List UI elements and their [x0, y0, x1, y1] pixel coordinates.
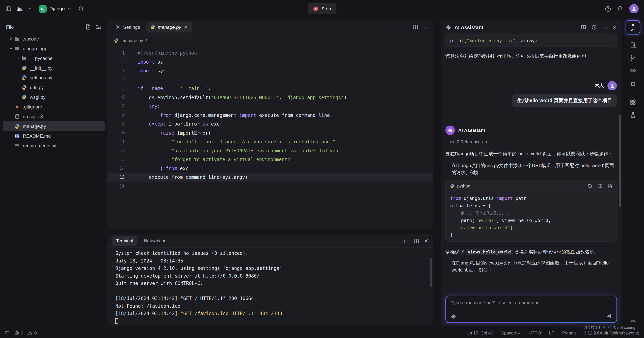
code-line[interactable]: 3import sys — [107, 66, 433, 75]
display-icon[interactable] — [5, 331, 10, 336]
terminal-scrollbar[interactable] — [430, 258, 432, 287]
close-icon[interactable] — [184, 25, 188, 29]
code-line[interactable]: 8 from django.core.management import exe… — [107, 111, 433, 120]
file-tree-item[interactable]: django_app — [3, 43, 105, 53]
python-icon — [150, 24, 155, 29]
breadcrumb-more[interactable]: ... — [150, 38, 153, 43]
file-tree-item[interactable]: .gitignore — [3, 102, 105, 112]
help-icon[interactable] — [605, 5, 611, 12]
workspace-selector[interactable]: dj Django — [37, 3, 74, 14]
code-line[interactable]: 2import os — [107, 57, 433, 66]
bug-icon[interactable] — [627, 78, 638, 89]
assistant-list-item: 在Django项目的views.py文件中添加对应的视图函数，用于生成并返回"h… — [446, 259, 617, 274]
file-name: manage.py — [20, 123, 46, 129]
file-tree-item[interactable]: __pycache__ — [3, 53, 105, 63]
flask-icon[interactable] — [627, 109, 638, 121]
assistant-list-item: 在Django项目的urls.py文件中添加一个URL模式，用于匹配对"hell… — [446, 162, 617, 176]
file-tree-item[interactable]: urls.py — [3, 82, 105, 92]
file-tree-item[interactable]: wsgi.py — [3, 92, 105, 102]
python-icon — [21, 94, 27, 100]
line-number: 10 — [107, 130, 132, 136]
code-line: from django.urls import path — [450, 194, 612, 202]
file-tree: .vscodedjango_app__pycache____init__.pys… — [0, 34, 107, 150]
new-file-icon[interactable] — [85, 24, 91, 30]
code-line[interactable]: 14 ) from exc — [107, 164, 433, 173]
stop-button[interactable]: Stop — [308, 3, 336, 14]
copy-icon[interactable] — [587, 183, 592, 188]
code-line[interactable]: 10 raise ImportError( — [107, 128, 433, 137]
more-icon[interactable] — [602, 24, 608, 30]
chat-scrollbar[interactable] — [619, 115, 621, 207]
new-folder-icon[interactable] — [96, 24, 101, 30]
chevron-down-icon[interactable] — [8, 46, 14, 50]
warning-count[interactable]: 0 — [28, 331, 36, 336]
chevron-right-icon[interactable] — [8, 37, 14, 40]
tab-manage-py[interactable]: manage.py — [146, 22, 192, 32]
code-line[interactable]: 15 execute_from_command_line(sys.argv) — [107, 173, 433, 182]
grid-icon[interactable] — [627, 96, 638, 108]
code-line[interactable]: 7 try: — [107, 102, 433, 111]
insert-to-editor-icon[interactable] — [598, 183, 602, 188]
new-terminal-icon[interactable] — [402, 239, 409, 243]
split-editor-icon[interactable] — [412, 24, 418, 30]
file-name: __init__.py — [27, 65, 52, 70]
split-terminal-icon[interactable] — [414, 238, 419, 244]
ai-tool-button[interactable]: AI — [626, 20, 640, 35]
file-tree-item[interactable]: settings.py — [3, 73, 105, 82]
file-tree-item[interactable]: __init__.py — [3, 63, 105, 73]
terminal-line: Django version 4.2.10, using settings 'd… — [116, 266, 433, 273]
chat-input[interactable] — [451, 300, 599, 305]
file-panel-title: File — [6, 24, 14, 30]
user-avatar[interactable] — [629, 4, 639, 13]
status-item[interactable]: 3.12.2 64-bit ('shims': pyenv) — [584, 331, 639, 336]
tab-settings[interactable]: Settings — [111, 22, 144, 32]
open-in-new-file-icon[interactable] — [608, 183, 612, 188]
close-icon[interactable] — [612, 24, 617, 30]
eye-icon[interactable] — [627, 65, 638, 76]
file-tree-item[interactable]: manage.py — [3, 121, 105, 131]
code-line[interactable]: 12 "available on your PYTHONPATH environ… — [107, 146, 433, 155]
toggle-left-panel-icon[interactable] — [5, 6, 12, 12]
assistant-message-header: AI Assistant — [446, 126, 617, 135]
status-item[interactable]: UTF-8 — [528, 331, 541, 336]
file-tree-item[interactable]: db.sqlite3 — [3, 112, 105, 121]
code-line[interactable]: 4 — [107, 75, 433, 84]
breadcrumb[interactable]: manage.py / ... — [107, 34, 433, 46]
code-line[interactable]: 13 "forget to activate a virtual environ… — [107, 155, 433, 164]
file-tree-item[interactable]: .vscode — [3, 34, 105, 43]
tab-networking[interactable]: Networking — [140, 236, 170, 246]
search-files-icon[interactable] — [627, 39, 638, 51]
status-item[interactable]: Python — [562, 331, 576, 336]
status-item[interactable]: Spaces: 4 — [501, 331, 521, 336]
file-tree-item[interactable]: README.md — [3, 131, 105, 141]
error-count[interactable]: 0 — [14, 331, 23, 336]
chevron-right-icon[interactable] — [14, 56, 21, 60]
search-icon[interactable] — [78, 6, 84, 12]
send-icon[interactable] — [606, 313, 612, 319]
close-icon[interactable] — [424, 239, 428, 243]
fleet-logo-icon[interactable] — [16, 6, 24, 12]
line-number: 1 — [107, 51, 132, 56]
commands-sparkle-icon[interactable] — [451, 314, 456, 319]
new-chat-icon[interactable] — [580, 24, 586, 30]
references-toggle[interactable]: Used 2 References — [446, 139, 617, 144]
terminal-output[interactable]: System check identified no issues (0 sil… — [107, 248, 433, 326]
more-icon[interactable] — [424, 24, 429, 30]
status-item[interactable]: LF — [549, 331, 554, 336]
code-line[interactable]: 1#!/usr/bin/env python — [107, 48, 433, 57]
status-item[interactable]: Ln 15, Col 40 — [467, 331, 493, 336]
code-line[interactable]: 11 "Couldn't import Django. Are you sure… — [107, 137, 433, 146]
laptop-icon[interactable] — [627, 314, 638, 325]
code-editor[interactable]: 1#!/usr/bin/env python2import os3import … — [107, 46, 433, 230]
chevron-down-icon[interactable] — [28, 7, 32, 11]
file-tree-item[interactable]: requirements.txt — [3, 141, 105, 150]
history-icon[interactable] — [591, 24, 597, 30]
notifications-bell-icon[interactable] — [617, 6, 623, 12]
code-line[interactable]: 6 os.environ.setdefault('DJANGO_SETTINGS… — [107, 93, 433, 102]
code-line[interactable]: 5if __name__ == '__main__': — [107, 84, 433, 93]
git-branch-icon[interactable] — [627, 52, 638, 64]
code-line[interactable]: 16 — [107, 182, 433, 190]
code-line[interactable]: 9 except ImportError as exc: — [107, 120, 433, 128]
python-icon — [21, 75, 27, 80]
tab-terminal[interactable]: Terminal — [112, 236, 137, 246]
